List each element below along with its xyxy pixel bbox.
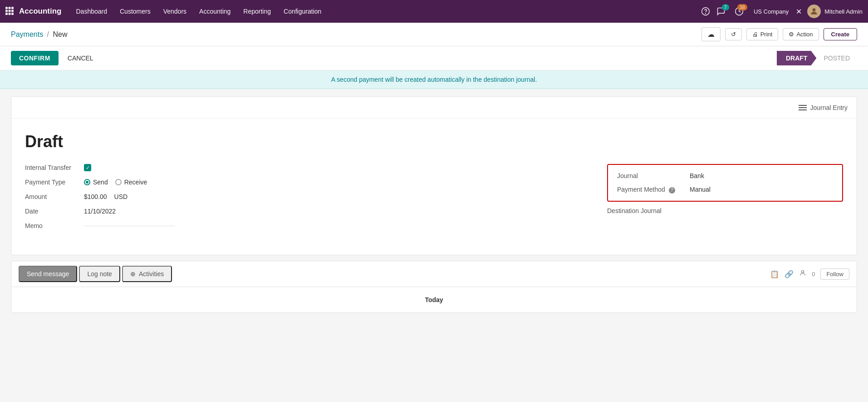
memo-row: Memo xyxy=(25,222,589,229)
user-name: Mitchell Admin xyxy=(824,8,863,15)
action-bar: CONFIRM CANCEL DRAFT POSTED xyxy=(0,46,868,70)
form-left: Internal Transfer Payment Type Send xyxy=(25,164,589,237)
form-right: Journal Bank Payment Method ? Manual xyxy=(607,164,843,237)
internal-transfer-row: Internal Transfer xyxy=(25,164,589,171)
form-body: Draft Internal Transfer Payment Type xyxy=(11,119,857,255)
amount-value[interactable]: $100.00 xyxy=(84,193,107,200)
journal-row: Journal Bank xyxy=(617,172,833,179)
clock-icon[interactable]: 38 xyxy=(735,7,744,16)
nav-reporting[interactable]: Reporting xyxy=(238,5,276,18)
memo-value[interactable] xyxy=(84,226,175,226)
radio-send-label: Send xyxy=(93,179,108,186)
action-button[interactable]: ⚙ Action xyxy=(783,28,819,40)
journal-entry-label: Journal Entry xyxy=(810,104,848,111)
journal-entry-header: Journal Entry xyxy=(11,97,857,119)
toolbar: ☁ ↺ 🖨 Print ⚙ Action Create xyxy=(701,27,857,41)
journal-payment-panel: Journal Bank Payment Method ? Manual xyxy=(607,164,843,202)
payment-method-row: Payment Method ? Manual xyxy=(617,186,833,194)
today-label: Today xyxy=(425,296,443,303)
nav-dashboard[interactable]: Dashboard xyxy=(71,5,113,18)
clock-badge: 38 xyxy=(737,4,747,10)
destination-journal-label[interactable]: Destination Journal xyxy=(607,207,843,214)
payment-type-radio-group: Send Receive xyxy=(84,179,147,186)
amount-row: Amount $100.00 USD xyxy=(25,193,589,200)
attachment-icon[interactable]: 📋 xyxy=(770,270,779,278)
create-button[interactable]: Create xyxy=(824,28,857,40)
support-icon[interactable] xyxy=(701,7,710,16)
link-icon[interactable]: 🔗 xyxy=(785,270,794,278)
svg-rect-2 xyxy=(11,7,14,9)
payment-method-help[interactable]: ? xyxy=(669,187,675,194)
breadcrumb-bar: Payments / New ☁ ↺ 🖨 Print ⚙ Action Crea… xyxy=(0,23,868,46)
nav-accounting[interactable]: Accounting xyxy=(194,5,236,18)
status-bar: DRAFT POSTED xyxy=(777,51,857,65)
svg-point-13 xyxy=(802,271,804,273)
settings-icon[interactable]: ✕ xyxy=(796,7,802,16)
svg-point-10 xyxy=(705,13,706,14)
journal-entry-link[interactable]: Journal Entry xyxy=(799,104,848,111)
radio-receive-label: Receive xyxy=(124,179,147,186)
chat-badge: 7 xyxy=(722,4,729,10)
nav-customers[interactable]: Customers xyxy=(114,5,156,18)
svg-rect-8 xyxy=(11,13,14,15)
followers-count: 0 xyxy=(812,271,815,278)
apps-icon[interactable] xyxy=(5,7,14,16)
print-icon: 🖨 xyxy=(752,31,758,38)
svg-rect-6 xyxy=(5,13,8,15)
avatar[interactable] xyxy=(807,5,821,18)
memo-label: Memo xyxy=(25,222,84,229)
breadcrumb-parent[interactable]: Payments xyxy=(11,30,43,38)
internal-transfer-checkbox[interactable] xyxy=(84,164,91,171)
journal-value[interactable]: Bank xyxy=(690,172,704,179)
print-button[interactable]: 🖨 Print xyxy=(746,28,779,40)
form-card: Journal Entry Draft Internal Transfer Pa… xyxy=(11,96,857,255)
svg-rect-4 xyxy=(9,10,11,12)
form-title: Draft xyxy=(25,132,843,151)
follow-button[interactable]: Follow xyxy=(820,268,849,280)
svg-point-12 xyxy=(813,8,816,11)
cancel-button[interactable]: CANCEL xyxy=(62,51,99,65)
radio-receive[interactable]: Receive xyxy=(115,179,147,186)
svg-rect-7 xyxy=(9,13,11,15)
radio-send-indicator xyxy=(84,179,90,185)
activities-tab[interactable]: ⊕ Activities xyxy=(122,266,172,282)
payment-type-row: Payment Type Send Receive xyxy=(25,179,589,186)
date-row: Date 11/10/2022 xyxy=(25,208,589,215)
breadcrumb-current: New xyxy=(53,30,68,38)
top-navigation: Accounting Dashboard Customers Vendors A… xyxy=(0,0,868,23)
company-name: US Company xyxy=(754,8,789,15)
payment-method-value[interactable]: Manual xyxy=(690,186,711,193)
currency-value[interactable]: USD xyxy=(114,193,128,200)
log-note-tab[interactable]: Log note xyxy=(79,266,120,282)
status-posted[interactable]: POSTED xyxy=(816,51,857,65)
internal-transfer-label: Internal Transfer xyxy=(25,164,84,171)
hamburger-icon xyxy=(799,105,807,110)
confirm-button[interactable]: CONFIRM xyxy=(11,51,59,65)
send-message-tab[interactable]: Send message xyxy=(19,266,77,282)
form-grid: Internal Transfer Payment Type Send xyxy=(25,164,843,237)
gear-icon: ⚙ xyxy=(789,31,794,38)
date-label: Date xyxy=(25,208,84,215)
status-draft[interactable]: DRAFT xyxy=(777,51,816,65)
info-banner: A second payment will be created automat… xyxy=(0,70,868,89)
radio-send[interactable]: Send xyxy=(84,179,108,186)
nav-vendors[interactable]: Vendors xyxy=(158,5,192,18)
payment-method-label: Payment Method ? xyxy=(617,186,690,194)
main-content: Journal Entry Draft Internal Transfer Pa… xyxy=(0,89,868,320)
radio-receive-indicator xyxy=(115,179,122,185)
journal-label: Journal xyxy=(617,172,690,179)
svg-rect-0 xyxy=(5,7,8,9)
chatter-actions: 📋 🔗 0 Follow xyxy=(770,268,849,280)
app-brand: Accounting xyxy=(19,7,62,16)
svg-rect-1 xyxy=(9,7,11,9)
date-value[interactable]: 11/10/2022 xyxy=(84,208,116,215)
breadcrumb: Payments / New xyxy=(11,30,701,39)
upload-button[interactable]: ☁ xyxy=(701,27,721,41)
chat-icon[interactable]: 7 xyxy=(716,7,726,16)
refresh-button[interactable]: ↺ xyxy=(725,28,742,40)
nav-configuration[interactable]: Configuration xyxy=(278,5,327,18)
activities-icon: ⊕ xyxy=(130,270,136,278)
chatter-body: Today xyxy=(11,287,857,313)
chatter-tabs: Send message Log note ⊕ Activities 📋 🔗 0… xyxy=(11,261,857,287)
upload-icon: ☁ xyxy=(707,30,715,39)
